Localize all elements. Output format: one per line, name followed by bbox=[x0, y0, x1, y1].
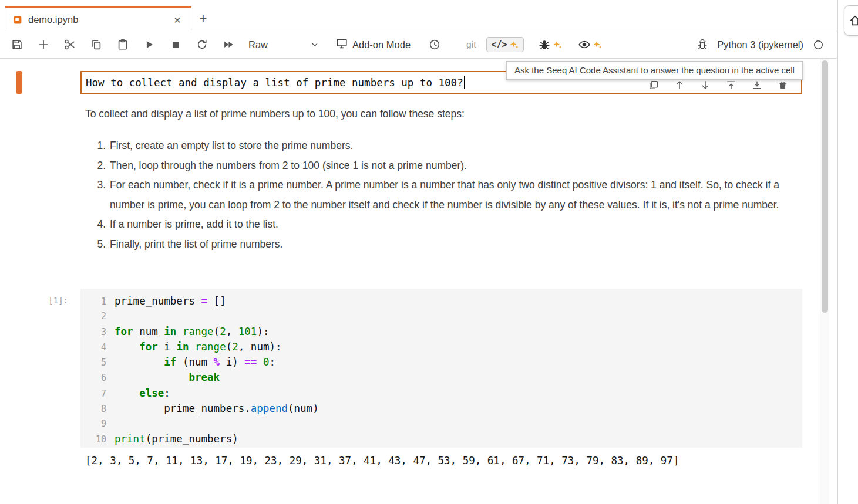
addon-mode-label: Add-on Mode bbox=[352, 39, 411, 50]
notebook-toolbar: Raw Add-on Mode git </> bbox=[0, 31, 837, 59]
eye-icon bbox=[578, 38, 591, 51]
move-cell-up-icon[interactable] bbox=[674, 79, 685, 91]
code-text: print(prime_numbers) bbox=[115, 432, 238, 447]
line-number: 3 bbox=[80, 325, 115, 340]
restart-run-all-icon[interactable] bbox=[222, 38, 235, 51]
code-text: prime_numbers.append(num) bbox=[115, 401, 319, 416]
line-number: 1 bbox=[80, 295, 115, 309]
debugger-bug-icon[interactable] bbox=[696, 38, 709, 51]
markdown-steps-list: First, create an empty list to store the… bbox=[85, 136, 790, 254]
code-line: 4 for i in range(2, num): bbox=[80, 340, 802, 355]
delete-cell-icon[interactable] bbox=[777, 79, 789, 91]
text-cursor bbox=[464, 76, 465, 89]
ai-code-assistant-button[interactable]: </> bbox=[486, 37, 523, 52]
tab-bar: demo.ipynb × + bbox=[0, 0, 837, 31]
side-panel-home-button[interactable] bbox=[844, 5, 858, 36]
interrupt-kernel-icon[interactable] bbox=[169, 38, 182, 51]
scrollbar-thumb[interactable] bbox=[822, 60, 828, 313]
insert-cell-above-icon[interactable] bbox=[725, 79, 737, 91]
jupyter-notebook-app: demo.ipynb × + bbox=[0, 0, 858, 504]
code-line: 5 if (num % i) == 0: bbox=[80, 355, 802, 370]
code-text: else: bbox=[115, 386, 170, 401]
paste-cells-icon[interactable] bbox=[116, 38, 129, 51]
addon-mode-button[interactable]: Add-on Mode bbox=[335, 37, 411, 52]
line-number: 6 bbox=[80, 371, 115, 385]
history-clock-icon[interactable] bbox=[428, 38, 441, 51]
ai-review-button[interactable] bbox=[578, 38, 603, 51]
insert-cell-below-icon[interactable] bbox=[751, 79, 763, 91]
line-number: 8 bbox=[80, 402, 115, 417]
code-line: 6 break bbox=[80, 370, 802, 385]
monitor-icon bbox=[335, 37, 348, 52]
vertical-scrollbar[interactable] bbox=[820, 59, 829, 504]
code-text: for num in range(2, 101): bbox=[115, 324, 269, 339]
sparkle-icon bbox=[509, 40, 519, 50]
duplicate-cell-icon[interactable] bbox=[648, 79, 660, 91]
sparkle-icon bbox=[593, 40, 603, 50]
insert-cell-icon[interactable] bbox=[37, 38, 50, 51]
line-number: 9 bbox=[80, 417, 115, 431]
ai-assistant-tooltip: Ask the Seeq AI Code Assistant to answer… bbox=[506, 61, 803, 80]
code-line: 9 bbox=[80, 417, 802, 431]
markdown-step: Then, loop through the numbers from 2 to… bbox=[109, 156, 790, 176]
save-icon[interactable] bbox=[11, 38, 23, 51]
code-line: 10print(prime_numbers) bbox=[80, 432, 802, 447]
markdown-step: For each number, check if it is a prime … bbox=[109, 175, 790, 215]
sparkle-icon bbox=[553, 40, 563, 50]
code-line: 1prime_numbers = [] bbox=[80, 294, 802, 309]
code-line: 3for num in range(2, 101): bbox=[80, 324, 802, 340]
chevron-down-icon bbox=[309, 39, 320, 50]
bug-icon bbox=[538, 38, 551, 51]
code-line: 7 else: bbox=[80, 386, 802, 401]
notebook-file-icon bbox=[12, 15, 23, 25]
code-text: break bbox=[115, 370, 220, 385]
tab-title: demo.ipynb bbox=[28, 14, 170, 25]
line-number: 2 bbox=[80, 309, 115, 324]
execution-count: [1]: bbox=[21, 296, 68, 305]
markdown-output-cell[interactable]: To collect and display a list of prime n… bbox=[85, 106, 790, 254]
code-cell-editor[interactable]: 1prime_numbers = []23for num in range(2,… bbox=[80, 289, 802, 448]
active-cell-collapser[interactable] bbox=[16, 71, 22, 94]
run-cell-icon[interactable] bbox=[143, 38, 156, 51]
restart-kernel-icon[interactable] bbox=[196, 38, 208, 51]
code-line: 8 prime_numbers.append(num) bbox=[80, 401, 802, 417]
cut-cells-icon[interactable] bbox=[63, 38, 76, 51]
right-panel bbox=[838, 0, 858, 504]
move-cell-down-icon[interactable] bbox=[699, 79, 711, 91]
kernel-name[interactable]: Python 3 (ipykernel) bbox=[717, 39, 803, 50]
cell-type-dropdown[interactable]: Raw bbox=[248, 39, 320, 50]
line-number: 4 bbox=[80, 340, 115, 355]
line-number: 10 bbox=[80, 432, 115, 447]
copy-cells-icon[interactable] bbox=[90, 38, 103, 51]
code-text: prime_numbers = [] bbox=[115, 294, 226, 309]
active-cell-text: How to collect and display a list of pri… bbox=[86, 77, 463, 89]
git-label[interactable]: git bbox=[466, 39, 476, 50]
close-tab-icon[interactable]: × bbox=[170, 12, 185, 28]
line-number: 5 bbox=[80, 356, 115, 370]
code-icon: </> bbox=[491, 39, 507, 50]
new-tab-button[interactable]: + bbox=[194, 11, 212, 28]
line-number: 7 bbox=[80, 387, 115, 401]
tab-demo-ipynb[interactable]: demo.ipynb × bbox=[5, 6, 191, 31]
markdown-step: First, create an empty list to store the… bbox=[109, 136, 790, 156]
code-text: for i in range(2, num): bbox=[115, 340, 282, 354]
code-cell-output: [2, 3, 5, 7, 11, 13, 17, 19, 23, 29, 31,… bbox=[85, 453, 679, 468]
cell-toolbar bbox=[648, 79, 789, 91]
code-line: 2 bbox=[80, 309, 802, 324]
code-text: if (num % i) == 0: bbox=[115, 355, 275, 370]
markdown-step: If a number is prime, add it to the list… bbox=[109, 215, 790, 235]
kernel-status-icon[interactable] bbox=[813, 39, 824, 50]
cell-type-value: Raw bbox=[248, 39, 268, 50]
markdown-step: Finally, print the list of prime numbers… bbox=[109, 235, 790, 255]
ai-debug-button[interactable] bbox=[538, 38, 563, 51]
markdown-intro: To collect and display a list of prime n… bbox=[85, 106, 790, 122]
